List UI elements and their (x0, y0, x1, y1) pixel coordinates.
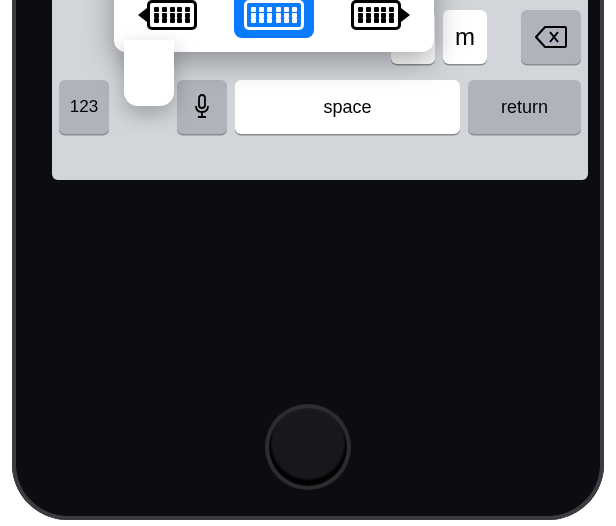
popup-tail (124, 40, 174, 106)
space-key[interactable]: space (235, 80, 460, 134)
backspace-icon (535, 26, 567, 48)
key-m[interactable]: m (443, 10, 487, 64)
dock-right-button[interactable] (336, 0, 416, 38)
key-label: return (501, 97, 548, 118)
dock-left-button[interactable] (132, 0, 212, 38)
dock-full-button[interactable] (234, 0, 314, 38)
return-key[interactable]: return (468, 80, 581, 134)
backspace-key[interactable] (521, 10, 581, 64)
svg-rect-0 (199, 95, 205, 108)
keyboard-screen: u i o p j k l n m 123 (52, 0, 588, 180)
keyboard-dock-right-icon (351, 0, 401, 30)
home-button[interactable] (265, 404, 351, 490)
dictation-key[interactable] (177, 80, 227, 134)
key-label: space (323, 97, 371, 118)
numbers-key[interactable]: 123 (59, 80, 109, 134)
key-label: 123 (70, 97, 98, 117)
microphone-icon (193, 94, 211, 120)
phone-frame: u i o p j k l n m 123 (12, 0, 604, 520)
keyboard-dock-left-icon (147, 0, 197, 30)
keyboard-switcher-popup: Keyboard Settings… English (US) Emoji (114, 0, 434, 52)
keyboard-dock-full-icon (244, 0, 304, 30)
key-label: m (455, 23, 475, 51)
